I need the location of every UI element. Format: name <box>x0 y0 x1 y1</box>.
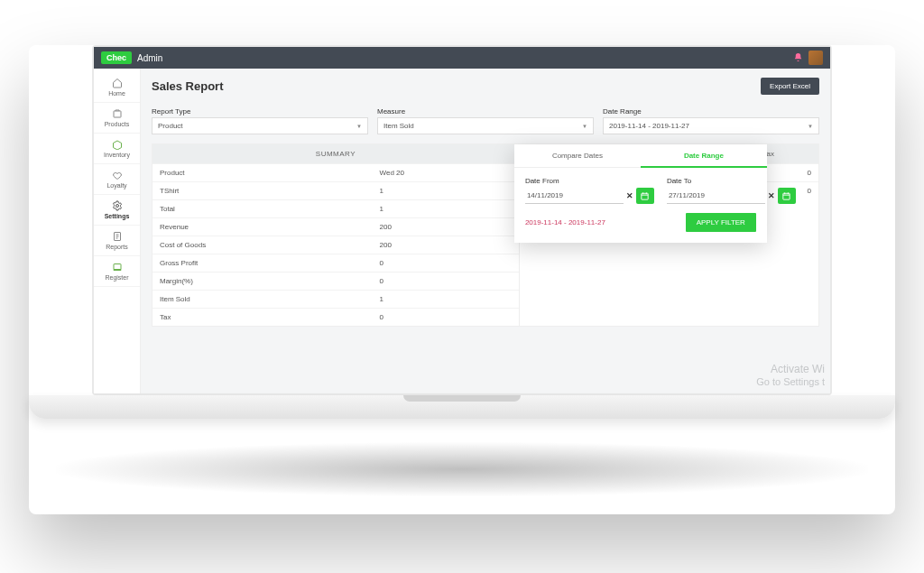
measure-select[interactable]: Item Sold▼ <box>377 117 594 134</box>
export-excel-button[interactable]: Export Excel <box>761 78 819 95</box>
sidebar-item-products[interactable]: Products <box>94 103 140 134</box>
laptop-base <box>29 395 895 419</box>
summary-row: TShirt1 <box>152 181 519 199</box>
sidebar-item-label: Home <box>108 90 125 97</box>
date-to-input[interactable] <box>667 188 765 204</box>
filter-label-measure: Measure <box>377 107 594 116</box>
svg-rect-0 <box>114 111 121 117</box>
topbar: Chec Admin <box>94 47 830 69</box>
summary-col-day: Wed 20 <box>373 164 519 181</box>
svg-point-1 <box>116 205 118 208</box>
sidebar-item-reports[interactable]: Reports <box>94 226 140 256</box>
summary-row: Gross Profit0 <box>152 254 519 272</box>
sidebar-item-label: Reports <box>106 244 128 250</box>
svg-rect-5 <box>783 193 790 199</box>
summary-row: Margin(%)0 <box>152 272 519 290</box>
summary-row: Revenue200 <box>152 217 519 236</box>
summary-row: Item Sold1 <box>152 290 519 308</box>
products-icon <box>112 108 123 119</box>
filter-label-date-range: Date Range <box>603 107 819 116</box>
date-to-label: Date To <box>667 177 796 185</box>
svg-rect-3 <box>114 264 121 270</box>
report-area: SUMMARY Product Wed 20 TShirt1 Total1 Re… <box>152 143 819 327</box>
tab-date-range[interactable]: Date Range <box>641 144 767 167</box>
sidebar-item-register[interactable]: Register <box>94 256 140 287</box>
gear-icon <box>112 200 123 211</box>
summary-row: Tax0 <box>152 308 519 326</box>
filter-label-report-type: Report Type <box>152 107 368 116</box>
tab-compare-dates[interactable]: Compare Dates <box>514 144 641 167</box>
bell-icon[interactable] <box>793 52 803 64</box>
register-icon <box>112 262 123 273</box>
clear-icon[interactable]: ✕ <box>624 188 636 204</box>
calendar-icon[interactable] <box>778 188 796 204</box>
sidebar-item-label: Loyalty <box>106 182 126 189</box>
chevron-down-icon: ▼ <box>808 124 813 129</box>
sidebar-item-inventory[interactable]: Inventory <box>94 134 140 164</box>
selected-range-text: 2019-11-14 - 2019-11-27 <box>525 218 605 226</box>
svg-rect-4 <box>642 193 648 199</box>
date-from-input[interactable] <box>525 188 624 204</box>
sidebar-item-loyalty[interactable]: Loyalty <box>94 164 140 195</box>
loyalty-icon <box>112 170 123 180</box>
sidebar: Home Products Inventory Loyalty Settings <box>94 69 141 393</box>
sidebar-item-label: Register <box>105 274 128 281</box>
report-type-select[interactable]: Product▼ <box>152 117 368 134</box>
home-icon <box>112 78 123 88</box>
calendar-icon[interactable] <box>636 188 654 204</box>
summary-row: Cost of Goods200 <box>152 236 519 254</box>
user-avatar[interactable] <box>808 51 823 65</box>
date-range-popover: Compare Dates Date Range Date From <box>514 144 767 243</box>
clear-icon[interactable]: ✕ <box>765 188 778 204</box>
app-screen: Chec Admin Home Products <box>92 45 832 395</box>
sidebar-item-label: Inventory <box>104 152 130 158</box>
summary-header: SUMMARY <box>152 144 519 163</box>
content: Sales Report Export Excel Report Type Pr… <box>141 69 830 393</box>
inventory-icon <box>112 139 123 150</box>
brand-name: Admin <box>137 53 162 63</box>
sidebar-item-settings[interactable]: Settings <box>94 195 140 226</box>
apply-filter-button[interactable]: APPLY FILTER <box>686 213 756 232</box>
windows-watermark: Activate Wi Go to Settings t <box>756 363 825 388</box>
sidebar-item-label: Products <box>105 121 130 127</box>
sidebar-item-label: Settings <box>105 213 130 219</box>
chevron-down-icon: ▼ <box>582 124 587 129</box>
sidebar-item-home[interactable]: Home <box>94 72 140 103</box>
date-from-label: Date From <box>525 177 654 185</box>
summary-row: Total1 <box>152 199 519 217</box>
chevron-down-icon: ▼ <box>356 124 362 129</box>
summary-col-product: Product <box>152 164 373 181</box>
date-range-select[interactable]: 2019-11-14 - 2019-11-27▼ <box>603 117 819 134</box>
data-table: Re m Qty Tax 0 0 <box>519 144 818 326</box>
reports-icon <box>112 231 123 242</box>
page-title: Sales Report <box>152 79 223 93</box>
brand-tag: Chec <box>101 51 132 64</box>
